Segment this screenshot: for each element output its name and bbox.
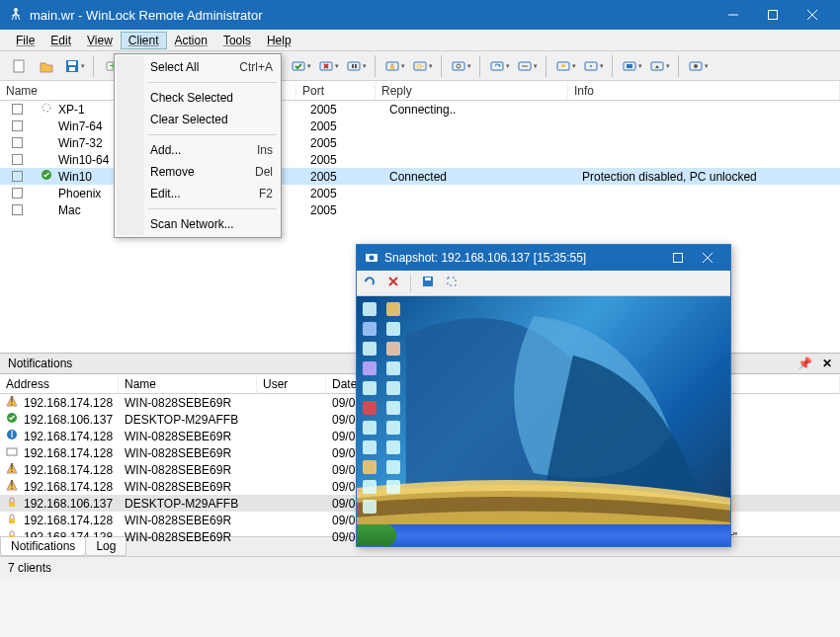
app-icon	[8, 6, 24, 25]
svg-rect-7	[68, 61, 76, 65]
client-reply: Connected	[389, 170, 582, 184]
svg-text:!: !	[10, 462, 13, 474]
snapshot-titlebar[interactable]: Snapshot: 192.168.106.137 [15:35:55]	[357, 245, 730, 271]
checkbox[interactable]	[12, 120, 23, 131]
camera-icon	[365, 250, 378, 267]
notif-address: 192.168.174.128	[24, 514, 125, 527]
tb-bell-button[interactable]	[552, 53, 578, 79]
maximize-button[interactable]	[753, 0, 793, 30]
status-bar: 7 clients	[0, 556, 840, 578]
notif-icon: !	[6, 479, 20, 494]
snapshot-delete-icon[interactable]	[386, 275, 400, 291]
svg-marker-41	[655, 65, 659, 68]
col-port[interactable]: Port	[296, 82, 376, 100]
close-panel-icon[interactable]: ✕	[822, 357, 832, 370]
svg-point-30	[457, 64, 461, 68]
snapshot-save-icon[interactable]	[421, 275, 435, 291]
snapshot-fullscreen-icon[interactable]	[445, 275, 459, 291]
client-port: 2005	[310, 103, 389, 117]
notif-name: WIN-0828SEBE69R	[125, 446, 263, 460]
tb-refresh-button[interactable]	[486, 53, 512, 79]
notif-name: WIN-0828SEBE69R	[125, 396, 263, 410]
notif-name: WIN-0828SEBE69R	[125, 530, 263, 544]
client-port: 2005	[310, 119, 389, 133]
snapshot-image	[357, 296, 730, 546]
notif-name: DESKTOP-M29AFFB	[125, 497, 263, 511]
menu-clear-selected[interactable]: Clear Selected	[117, 109, 279, 130]
notif-icon	[6, 513, 20, 527]
close-button[interactable]	[793, 0, 832, 30]
svg-point-37	[590, 65, 592, 67]
tb-computer-button[interactable]	[646, 53, 672, 79]
checkbox[interactable]	[12, 104, 23, 115]
desktop-icons	[363, 302, 402, 514]
open-button[interactable]	[34, 53, 59, 79]
client-port: 2005	[310, 136, 389, 150]
minimize-button[interactable]	[714, 0, 753, 30]
client-port: 2005	[310, 153, 389, 167]
tab-notifications[interactable]: Notifications	[0, 537, 86, 556]
checkbox[interactable]	[12, 204, 23, 215]
notif-name: WIN-0828SEBE69R	[125, 480, 263, 494]
tb-pause-button[interactable]	[343, 53, 369, 79]
menu-view[interactable]: View	[79, 32, 121, 49]
checkbox[interactable]	[12, 137, 23, 148]
svg-rect-29	[453, 62, 464, 70]
snapshot-maximize[interactable]	[663, 245, 693, 271]
notif-address: 192.168.174.128	[24, 480, 125, 494]
notif-address: 192.168.174.128	[24, 430, 125, 443]
menu-select-all[interactable]: Select AllCtrl+A	[117, 56, 279, 78]
col-info[interactable]: Info	[568, 82, 840, 100]
checkbox[interactable]	[12, 188, 23, 199]
pin-icon[interactable]: 📌	[798, 357, 812, 370]
col-reply[interactable]: Reply	[376, 82, 568, 100]
svg-rect-39	[627, 64, 632, 68]
status-icon	[41, 102, 54, 117]
client-port: 2005	[310, 170, 389, 184]
svg-rect-2	[769, 11, 778, 20]
menu-action[interactable]: Action	[167, 32, 215, 49]
tb-link-button[interactable]	[514, 53, 540, 79]
snapshot-window[interactable]: Snapshot: 192.168.106.137 [15:35:55]	[356, 244, 731, 547]
client-port: 2005	[310, 187, 389, 200]
window-title: main.wr - WinLock Remote Administrator	[30, 8, 263, 23]
svg-point-60	[370, 255, 375, 260]
menu-scan-network[interactable]: Scan Network...	[117, 213, 279, 235]
tab-log[interactable]: Log	[85, 537, 126, 556]
tb-network-button[interactable]	[619, 53, 644, 79]
tb-info-button[interactable]	[580, 53, 606, 79]
snapshot-toolbar	[357, 271, 730, 296]
menu-edit[interactable]: Edit	[42, 32, 79, 49]
snapshot-close[interactable]	[693, 245, 722, 271]
ncol-user[interactable]: User	[257, 375, 326, 393]
menu-remove[interactable]: RemoveDel	[117, 161, 279, 183]
menu-help[interactable]: Help	[259, 32, 299, 49]
tb-snapshot-button[interactable]	[685, 53, 711, 79]
tb-lock-button[interactable]	[381, 53, 407, 79]
ncol-address[interactable]: Address	[0, 375, 119, 393]
save-button[interactable]	[61, 53, 87, 79]
menu-add[interactable]: Add...Ins	[117, 139, 279, 161]
svg-rect-23	[355, 64, 357, 68]
tb-gear-button[interactable]	[448, 53, 473, 79]
snapshot-refresh-icon[interactable]	[363, 275, 377, 291]
menu-file[interactable]: File	[8, 32, 42, 49]
svg-rect-56	[9, 502, 15, 507]
svg-rect-8	[69, 67, 75, 71]
menu-check-selected[interactable]: Check Selected	[117, 87, 279, 109]
notif-icon	[6, 496, 20, 511]
tb-deny-button[interactable]	[315, 53, 341, 79]
tb-check-button[interactable]	[288, 53, 313, 79]
menu-client[interactable]: Client	[121, 32, 167, 49]
ncol-name[interactable]: Name	[119, 375, 257, 393]
menu-tools[interactable]: Tools	[215, 32, 259, 49]
notif-name: WIN-0828SEBE69R	[125, 463, 263, 477]
svg-text:!: !	[10, 395, 13, 407]
checkbox[interactable]	[12, 154, 23, 165]
tb-key-button[interactable]	[409, 53, 435, 79]
menu-edit-item[interactable]: Edit...F2	[117, 183, 279, 204]
checkbox[interactable]	[12, 171, 23, 182]
svg-rect-57	[9, 518, 15, 523]
notif-name: WIN-0828SEBE69R	[125, 430, 263, 443]
new-button[interactable]	[6, 53, 32, 79]
